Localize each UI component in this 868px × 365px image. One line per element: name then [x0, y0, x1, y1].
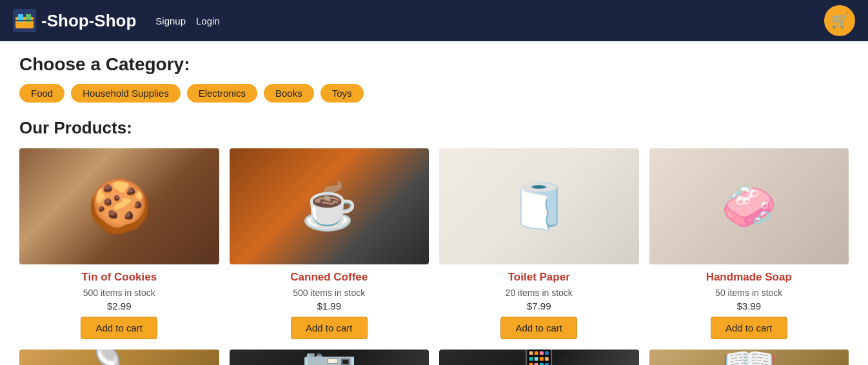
- main-content: Choose a Category: Food Household Suppli…: [0, 41, 868, 365]
- product-name-toilet-paper: Toilet Paper: [508, 271, 570, 284]
- product-card-cookies: Tin of Cookies 500 items in stock $2.99 …: [19, 148, 219, 339]
- product-stock-toilet-paper: 20 items in stock: [506, 288, 573, 298]
- category-toys[interactable]: Toys: [321, 84, 364, 103]
- logo-link[interactable]: -Shop-Shop: [13, 9, 136, 32]
- products-section: Our Products: Tin of Cookies 500 items i…: [19, 118, 849, 365]
- add-to-cart-soap[interactable]: Add to cart: [711, 317, 787, 339]
- product-card-toilet-paper: Toilet Paper 20 items in stock $7.99 Add…: [439, 148, 639, 339]
- product-image-toilet-paper: [439, 148, 639, 264]
- partial-product-3: [439, 350, 639, 365]
- products-grid: Tin of Cookies 500 items in stock $2.99 …: [19, 148, 849, 339]
- category-section: Choose a Category: Food Household Suppli…: [19, 54, 849, 103]
- product-name-cookies: Tin of Cookies: [81, 271, 157, 284]
- cart-icon: 🛒: [831, 12, 849, 29]
- product-card-coffee: Canned Coffee 500 items in stock $1.99 A…: [230, 148, 429, 339]
- product-stock-soap: 50 items in stock: [715, 288, 782, 298]
- product-image-coffee: [230, 148, 429, 264]
- product-image-soap: [649, 148, 849, 264]
- add-to-cart-cookies[interactable]: Add to cart: [81, 317, 157, 339]
- header: -Shop-Shop Signup Login 🛒: [0, 0, 868, 41]
- category-electronics[interactable]: Electronics: [187, 84, 257, 103]
- add-to-cart-toilet-paper[interactable]: Add to cart: [500, 317, 577, 339]
- add-to-cart-coffee[interactable]: Add to cart: [291, 317, 368, 339]
- logo-text: -Shop-Shop: [41, 11, 136, 31]
- product-stock-cookies: 500 items in stock: [83, 288, 155, 298]
- partial-product-4: [649, 350, 849, 365]
- partial-product-2: [230, 350, 429, 365]
- product-stock-coffee: 500 items in stock: [293, 288, 365, 298]
- logo-icon: [13, 9, 36, 32]
- product-price-toilet-paper: $7.99: [527, 301, 551, 311]
- category-food[interactable]: Food: [19, 84, 64, 103]
- categories-list: Food Household Supplies Electronics Book…: [19, 84, 849, 103]
- product-image-cookies: [19, 148, 219, 264]
- product-price-soap: $3.99: [736, 301, 761, 311]
- category-title: Choose a Category:: [19, 54, 849, 75]
- product-price-coffee: $1.99: [317, 301, 341, 311]
- partial-products-row: [19, 350, 849, 365]
- category-books[interactable]: Books: [264, 84, 314, 103]
- product-name-coffee: Canned Coffee: [290, 271, 368, 284]
- products-title: Our Products:: [19, 118, 849, 138]
- nav-links: Signup Login: [155, 15, 219, 26]
- product-price-cookies: $2.99: [107, 301, 132, 311]
- cart-button[interactable]: 🛒: [824, 5, 855, 36]
- signup-link[interactable]: Signup: [155, 15, 186, 26]
- product-card-soap: Handmade Soap 50 items in stock $3.99 Ad…: [649, 148, 849, 339]
- product-name-soap: Handmade Soap: [706, 271, 792, 284]
- partial-product-1: [19, 350, 219, 365]
- category-household[interactable]: Household Supplies: [71, 84, 180, 103]
- login-link[interactable]: Login: [196, 15, 220, 26]
